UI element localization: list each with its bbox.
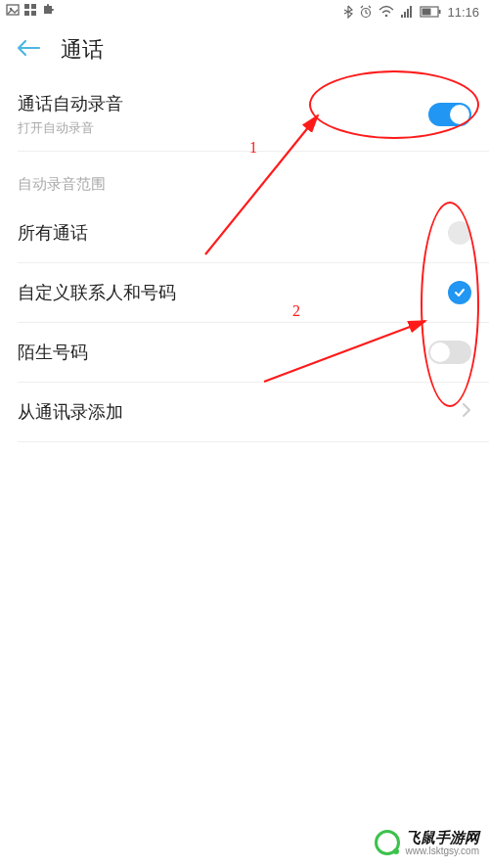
svg-rect-4 (24, 11, 29, 16)
page-title: 通话 (61, 35, 104, 65)
auto-record-subtitle: 打开自动录音 (18, 119, 123, 137)
annotation-label-1: 1 (249, 139, 257, 157)
unknown-toggle[interactable] (428, 341, 471, 364)
status-bar: 11:16 (0, 0, 489, 23)
alarm-icon (359, 5, 373, 19)
radio-custom[interactable] (448, 281, 471, 304)
section-label: 自动录音范围 (0, 152, 489, 204)
option-all-calls[interactable]: 所有通话 (0, 204, 489, 262)
svg-rect-14 (439, 10, 441, 14)
svg-rect-10 (407, 9, 409, 18)
puzzle-icon (41, 3, 55, 17)
svg-rect-13 (422, 9, 431, 16)
radio-all-calls[interactable] (448, 221, 471, 245)
auto-record-title: 通话自动录音 (18, 92, 123, 115)
add-from-contacts[interactable]: 从通讯录添加 (0, 383, 489, 441)
wifi-icon (378, 5, 394, 19)
svg-rect-2 (24, 4, 29, 9)
signal-icon (400, 5, 414, 19)
bluetooth-icon (343, 5, 353, 19)
option-unknown[interactable]: 陌生号码 (0, 323, 489, 382)
watermark-title: 飞鼠手游网 (406, 830, 479, 846)
header: 通话 (0, 23, 489, 78)
option-all-calls-label: 所有通话 (18, 221, 88, 245)
watermark-logo-icon (375, 830, 400, 855)
svg-point-7 (385, 15, 388, 18)
back-arrow-icon[interactable] (16, 36, 41, 64)
annotation-label-2: 2 (292, 302, 300, 320)
add-from-contacts-label: 从通讯录添加 (18, 400, 123, 424)
auto-record-row[interactable]: 通话自动录音 打开自动录音 (0, 78, 489, 151)
gallery-icon (6, 3, 20, 17)
svg-rect-11 (410, 6, 412, 18)
svg-rect-3 (31, 4, 36, 9)
chevron-right-icon (462, 402, 471, 423)
battery-icon (420, 6, 441, 18)
svg-rect-8 (401, 15, 403, 18)
option-custom[interactable]: 自定义联系人和号码 (0, 263, 489, 322)
divider (18, 441, 489, 442)
option-custom-label: 自定义联系人和号码 (18, 281, 176, 304)
watermark-url: www.lsktgsy.com (406, 845, 479, 856)
svg-rect-5 (31, 11, 36, 16)
status-time: 11:16 (447, 5, 479, 20)
watermark: 飞鼠手游网 www.lsktgsy.com (375, 830, 479, 857)
svg-rect-9 (404, 12, 406, 18)
auto-record-toggle[interactable] (428, 103, 471, 126)
grid-icon (23, 3, 37, 17)
option-unknown-label: 陌生号码 (18, 341, 88, 364)
